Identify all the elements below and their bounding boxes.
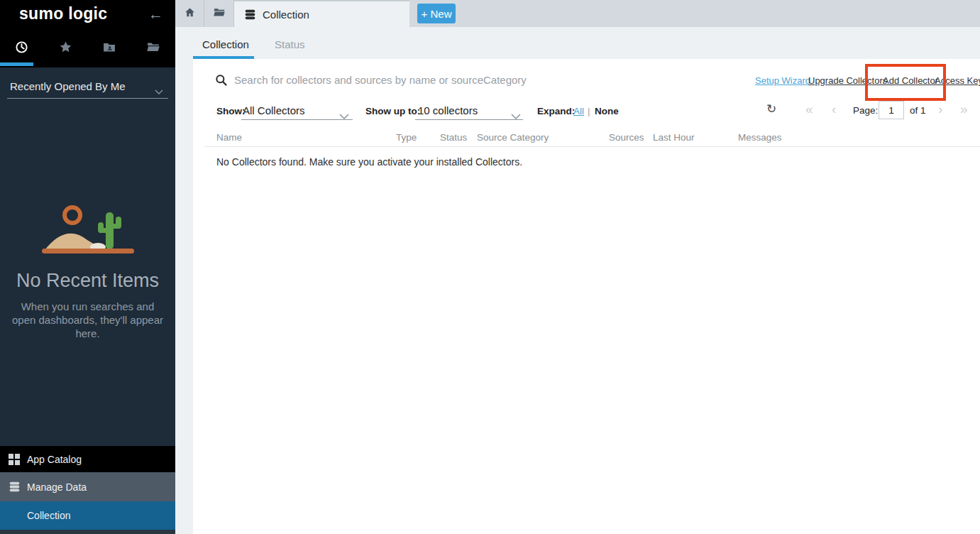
sumo-logic-logo: sumo logic — [19, 4, 107, 23]
sun-icon — [65, 207, 80, 223]
sidebar-item-collection[interactable]: Collection — [0, 501, 175, 530]
clock-icon — [15, 40, 28, 57]
top-tab-bar: Collection + New — [175, 0, 980, 27]
chevron-down-icon — [155, 85, 163, 97]
last-page-icon[interactable]: » — [960, 102, 968, 117]
page-number-input[interactable] — [879, 101, 904, 119]
sidebar-item-label: App Catalog — [27, 454, 82, 465]
show-dropdown[interactable]: All Collectors — [243, 104, 305, 116]
empty-table-message: No Collectors found. Make sure you activ… — [216, 156, 522, 168]
upgrade-collectors-link[interactable]: Upgrade Collectors — [808, 75, 887, 86]
no-recent-items-subtitle: When you run searches and open dashboard… — [9, 300, 166, 340]
active-tab-indicator — [0, 62, 33, 66]
new-button[interactable]: + New — [417, 4, 456, 23]
dropdown-underline — [241, 119, 353, 120]
column-header-type[interactable]: Type — [396, 132, 417, 143]
refresh-icon[interactable]: ↻ — [766, 102, 776, 116]
collection-window-tab[interactable]: Collection — [234, 0, 409, 27]
sidebar-item-manage-data[interactable]: Manage Data — [0, 472, 175, 501]
open-folder-icon — [213, 6, 226, 21]
recent-section-label: Recently Opened By Me — [10, 80, 126, 92]
sidebar-header: sumo logic ← — [0, 0, 175, 67]
column-header-last-hour[interactable]: Last Hour — [653, 132, 695, 143]
sidebar-tab-recent[interactable] — [0, 37, 44, 60]
add-collector-link[interactable]: Add Collector — [883, 75, 938, 86]
page-label: Page: — [853, 105, 878, 116]
page-count-label: of 1 — [910, 105, 926, 116]
sidebar-collapse-button[interactable]: ← — [148, 6, 163, 23]
sidebar: sumo logic ← — [0, 0, 175, 534]
chevron-down-icon[interactable] — [511, 109, 521, 122]
first-page-icon[interactable]: « — [805, 102, 813, 117]
sidebar-bottom-strip — [0, 530, 175, 534]
sidebar-item-label: Collection — [27, 510, 70, 521]
tab-collection[interactable]: Collection — [202, 38, 249, 50]
tab-label: Collection — [263, 9, 309, 21]
recent-section-header[interactable]: Recently Opened By Me — [0, 71, 175, 99]
search-input[interactable] — [234, 69, 745, 90]
home-icon — [184, 6, 196, 21]
tab-status[interactable]: Status — [275, 38, 305, 50]
star-icon — [59, 40, 72, 57]
expand-label: Expand: — [537, 106, 575, 116]
folder-person-icon — [102, 40, 116, 57]
column-header-messages[interactable]: Messages — [738, 132, 782, 143]
search-icon — [215, 74, 227, 89]
sidebar-item-label: Manage Data — [27, 481, 87, 493]
collection-page: Setup Wizard Upgrade Collectors Add Coll… — [193, 59, 980, 534]
dropdown-underline — [415, 119, 523, 120]
sidebar-tab-shared-content[interactable] — [88, 37, 132, 60]
section-divider — [7, 98, 168, 99]
ground-line — [42, 249, 134, 254]
column-header-sources[interactable]: Sources — [609, 132, 644, 143]
chevron-down-icon[interactable] — [339, 109, 349, 122]
column-header-status[interactable]: Status — [440, 132, 467, 143]
setup-wizard-link[interactable]: Setup Wizard — [755, 75, 810, 86]
no-recent-items-title: No Recent Items — [0, 270, 175, 292]
expand-all-link[interactable]: All — [573, 106, 584, 116]
divider: | — [588, 106, 590, 116]
sidebar-item-app-catalog[interactable]: App Catalog — [0, 446, 175, 472]
sidebar-tab-library[interactable] — [131, 37, 175, 60]
subtab-strip: Collection Status — [175, 27, 980, 59]
prev-page-icon[interactable]: ‹ — [832, 102, 836, 117]
content-gutter — [175, 59, 193, 534]
table-header-divider — [204, 146, 980, 147]
access-keys-link[interactable]: Access Keys — [935, 75, 980, 86]
sidebar-nav-tabs — [0, 37, 175, 60]
database-icon — [244, 9, 256, 21]
library-tab-button[interactable] — [204, 0, 234, 27]
expand-none-link[interactable]: None — [595, 106, 619, 116]
show-up-to-label: Show up to: — [365, 106, 420, 116]
next-page-icon[interactable]: › — [938, 102, 942, 117]
desert-empty-illustration — [39, 205, 136, 260]
column-header-source-category[interactable]: Source Category — [477, 132, 549, 143]
grid-icon — [9, 454, 27, 465]
home-tab-button[interactable] — [175, 0, 204, 27]
open-folder-icon — [146, 40, 160, 57]
sidebar-tab-favorites[interactable] — [44, 37, 88, 60]
show-up-to-dropdown[interactable]: 10 collectors — [418, 104, 478, 116]
column-header-name[interactable]: Name — [216, 132, 242, 143]
show-label: Show: — [216, 106, 246, 116]
database-icon — [9, 481, 27, 493]
